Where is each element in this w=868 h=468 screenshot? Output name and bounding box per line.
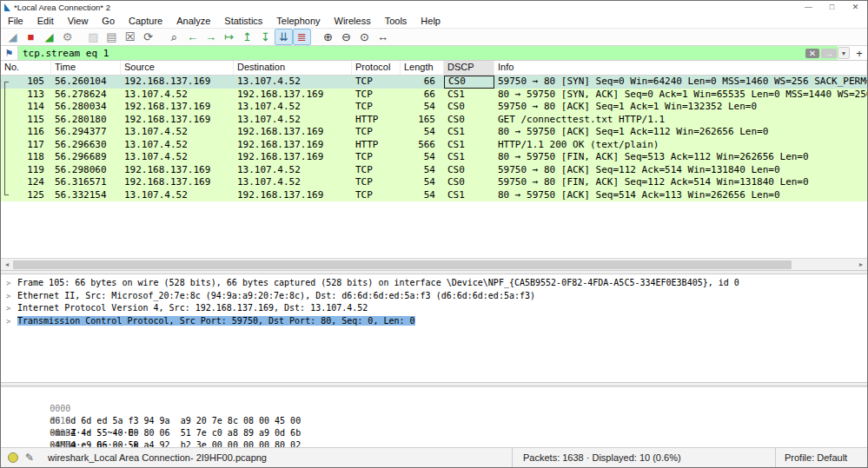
hex-row[interactable]: 0000 d6 6d 6d ed 5a f3 94 9a a9 20 7e 8c… (8, 391, 867, 403)
profile-label[interactable]: Profile: Default (785, 452, 847, 463)
auto-scroll-icon[interactable]: ⇊ (275, 29, 293, 45)
cell-length: 566 (401, 139, 444, 152)
scroll-left-icon[interactable]: ◂ (1, 260, 13, 268)
expander-icon[interactable]: > (6, 277, 10, 290)
packet-list-hscrollbar[interactable]: ◂ ▸ (1, 258, 867, 270)
packet-row[interactable]: 125 56.332154 13.107.4.52 192.168.137.16… (1, 189, 867, 202)
go-to-top-icon[interactable]: ↥ (238, 29, 256, 45)
resize-columns-icon[interactable]: ↔ (374, 29, 392, 45)
menu-statistics[interactable]: Statistics (217, 14, 269, 28)
column-header-destination[interactable]: Destination (234, 61, 352, 75)
packet-row[interactable]: 105 56.260104 192.168.137.169 13.107.4.5… (1, 76, 867, 89)
expander-icon[interactable]: > (6, 290, 10, 303)
display-filter-input[interactable] (18, 48, 805, 59)
expert-info-icon[interactable] (8, 452, 18, 463)
column-header-protocol[interactable]: Protocol (352, 61, 401, 75)
packet-row[interactable]: 119 56.298060 192.168.137.169 13.107.4.5… (1, 164, 867, 177)
menu-go[interactable]: Go (95, 14, 122, 28)
filter-input-area: ✕ → (18, 46, 838, 60)
zoom-100-icon[interactable]: ⊙ (355, 29, 374, 45)
save-file-icon[interactable]: ▤ (103, 29, 121, 45)
open-file-icon[interactable]: ▨ (84, 29, 103, 45)
cell-info: GET /connecttest.txt HTTP/1.1 (494, 114, 867, 127)
filter-apply-icon[interactable]: → (821, 49, 837, 58)
cell-length: 54 (401, 101, 444, 114)
close-file-icon[interactable]: ☒ (121, 29, 139, 45)
minimize-button[interactable]: — (797, 1, 820, 14)
menu-help[interactable]: Help (414, 14, 447, 28)
bookmark-icon[interactable]: ⚑ (1, 46, 18, 60)
filter-add-button[interactable]: + (851, 46, 867, 60)
go-back-icon[interactable]: ← (183, 29, 202, 45)
cell-dscp: CS0 (444, 176, 494, 189)
column-header-length[interactable]: Length (401, 61, 444, 75)
hscrollbar-thumb[interactable] (13, 260, 792, 269)
detail-line[interactable]: > Internet Protocol Version 4, Src: 192.… (1, 302, 867, 315)
filter-clear-icon[interactable]: ✕ (805, 49, 819, 58)
cell-protocol: TCP (352, 151, 401, 164)
cell-protocol: TCP (352, 101, 401, 114)
capture-filename: wireshark_Local Area Connection- 2I9HF00… (48, 452, 267, 463)
restart-capture-icon[interactable]: ◢ (40, 29, 58, 45)
cell-protocol: TCP (352, 126, 401, 139)
cell-length: 165 (401, 114, 444, 127)
find-packet-icon[interactable]: ⌕ (165, 29, 183, 45)
start-capture-icon[interactable]: ◢ (3, 29, 22, 45)
menu-capture[interactable]: Capture (122, 14, 169, 28)
window-title: *Local Area Connection* 2 (14, 3, 797, 12)
cell-length: 54 (401, 126, 444, 139)
go-to-bottom-icon[interactable]: ↧ (256, 29, 275, 45)
zoom-out-icon[interactable]: ⊖ (337, 29, 355, 45)
packet-row[interactable]: 113 56.278624 13.107.4.52 192.168.137.16… (1, 89, 867, 102)
cell-source: 13.107.4.52 (121, 126, 234, 139)
packet-row[interactable]: 124 56.316571 192.168.137.169 13.107.4.5… (1, 176, 867, 189)
go-forward-icon[interactable]: → (202, 29, 220, 45)
menu-view[interactable]: View (61, 14, 96, 28)
go-to-packet-icon[interactable]: ↦ (220, 29, 238, 45)
zoom-in-icon[interactable]: ⊕ (319, 29, 337, 45)
packet-row[interactable]: 116 56.294377 13.107.4.52 192.168.137.16… (1, 126, 867, 139)
column-header-info[interactable]: Info (494, 61, 867, 75)
menu-edit[interactable]: Edit (30, 14, 61, 28)
hex-bytes[interactable]: d6 6d 6d ed 5a f3 94 9a a9 20 7e 8c 08 0… (50, 415, 319, 427)
hex-row[interactable]: 0010 00 34 4d 55 40 00 80 06 51 7e c0 a8… (8, 403, 867, 415)
expander-icon[interactable]: > (6, 315, 10, 328)
packet-row[interactable]: 114 56.280034 192.168.137.169 13.107.4.5… (1, 101, 867, 114)
cell-destination: 192.168.137.169 (234, 189, 352, 202)
close-button[interactable]: ✕ (844, 1, 867, 14)
detail-line[interactable]: > Ethernet II, Src: Microsof_20:7e:8c (9… (1, 290, 867, 303)
menu-tools[interactable]: Tools (378, 14, 414, 28)
column-header-time[interactable]: Time (51, 61, 121, 75)
detail-line[interactable]: > Transmission Control Protocol, Src Por… (1, 315, 867, 328)
packet-row[interactable]: 115 56.280180 192.168.137.169 13.107.4.5… (1, 114, 867, 127)
scroll-right-icon[interactable]: ▸ (855, 260, 867, 268)
column-header-dscp[interactable]: DSCP (444, 61, 494, 75)
capture-comment-icon[interactable]: ✎ (25, 452, 34, 464)
maximize-button[interactable]: □ (820, 1, 844, 14)
cell-time: 56.296630 (51, 139, 121, 152)
packet-row[interactable]: 118 56.296689 13.107.4.52 192.168.137.16… (1, 151, 867, 164)
cell-length: 54 (401, 151, 444, 164)
menu-analyze[interactable]: Analyze (169, 14, 217, 28)
menu-wireless[interactable]: Wireless (328, 14, 378, 28)
filter-dropdown-icon[interactable]: ▾ (838, 47, 850, 59)
hex-bytes[interactable]: 00 34 4d 55 40 00 80 06 51 7e c0 a8 89 a… (50, 427, 319, 439)
menu-telephony[interactable]: Telephony (269, 14, 327, 28)
hex-offset: 0000 (50, 403, 81, 415)
detail-line[interactable]: > Frame 105: 66 bytes on wire (528 bits)… (1, 277, 867, 290)
menu-file[interactable]: File (1, 14, 30, 28)
cell-destination: 13.107.4.52 (234, 164, 352, 177)
reload-file-icon[interactable]: ⟳ (139, 29, 157, 45)
cell-destination: 13.107.4.52 (234, 76, 352, 89)
column-header-no[interactable]: No. (1, 61, 51, 75)
cell-dscp: CS0 (444, 114, 494, 127)
colorize-icon[interactable]: ≣ (293, 29, 311, 45)
hex-bytes[interactable]: 04 34 e9 66 00 50 a4 92 b2 3e 00 00 00 0… (50, 439, 319, 447)
hex-offset: 0020 (50, 427, 81, 439)
cell-info: 59750 → 80 [SYN] Seq=0 Win=64240 Len=0 M… (494, 76, 867, 89)
column-header-source[interactable]: Source (121, 61, 234, 75)
stop-capture-icon[interactable]: ■ (22, 29, 40, 45)
packet-row[interactable]: 117 56.296630 13.107.4.52 192.168.137.16… (1, 139, 867, 152)
capture-options-icon[interactable]: ⚙ (58, 29, 76, 45)
expander-icon[interactable]: > (6, 302, 10, 315)
